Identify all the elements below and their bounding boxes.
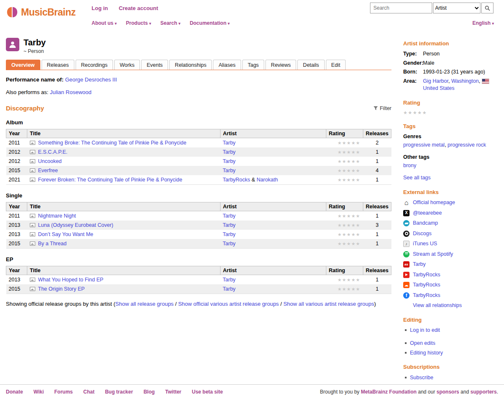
tab-details[interactable]: Details	[297, 60, 324, 70]
artist-link[interactable]: Tarby	[223, 222, 236, 228]
release-group-link[interactable]: E.S.C.A.P.E.	[38, 149, 68, 155]
footer-link-twitter[interactable]: Twitter	[165, 389, 181, 395]
tab-events[interactable]: Events	[141, 60, 168, 70]
editing-open-edits-link[interactable]: Open edits	[410, 340, 435, 346]
rating-stars[interactable]: ★★★★★	[338, 213, 361, 218]
other-tag-brony[interactable]: brony	[403, 163, 416, 168]
view-all-relationships-link[interactable]: View all relationships	[413, 302, 462, 308]
release-group-link[interactable]: Everfree	[38, 168, 58, 173]
artist-link[interactable]: Tarby	[223, 140, 236, 146]
external-link-bandcamp[interactable]: Bandcamp	[413, 220, 438, 227]
genre-tag-progressive-rock[interactable]: progressive rock	[448, 142, 486, 148]
rating-stars[interactable]: ★★★★★	[338, 140, 361, 145]
tab-aliases[interactable]: Aliases	[213, 60, 241, 70]
nav-documentation[interactable]: Documentation ▾	[190, 20, 230, 26]
footer-link-chat[interactable]: Chat	[83, 389, 94, 395]
artist-link[interactable]: Narokath	[257, 177, 278, 183]
rating-stars[interactable]: ★★★★★	[338, 168, 361, 173]
artist-link[interactable]: Tarby	[223, 158, 236, 164]
release-group-link[interactable]: By a Thread	[38, 241, 67, 247]
footer-link-donate[interactable]: Donate	[6, 389, 23, 395]
rating-stars[interactable]: ★★★★★	[338, 286, 361, 291]
rating-stars[interactable]: ★★★★★	[338, 150, 361, 155]
artist-link[interactable]: Tarby	[223, 277, 236, 283]
artist-link[interactable]: Tarby	[223, 213, 236, 219]
footer-link-wiki[interactable]: Wiki	[34, 389, 44, 395]
also-performs-as-link[interactable]: Julian Rosewood	[50, 89, 92, 95]
editing-editing-history-link[interactable]: Editing history	[410, 350, 443, 356]
rating-stars[interactable]: ★★★★★	[338, 177, 361, 182]
footer-link-bug-tracker[interactable]: Bug tracker	[105, 389, 133, 395]
genre-tag-progressive-metal[interactable]: progressive metal	[403, 142, 445, 148]
tab-releases[interactable]: Releases	[42, 60, 74, 70]
artist-link[interactable]: TarbyRocks	[223, 177, 250, 183]
search-input[interactable]	[370, 3, 432, 13]
tab-edit[interactable]: Edit	[326, 60, 346, 70]
show-show-official-various-artist-release-groups-link[interactable]: Show official various artist release gro…	[178, 301, 279, 307]
external-link-official-homepage[interactable]: Official homepage	[413, 199, 455, 207]
tab-relationships[interactable]: Relationships	[169, 60, 212, 70]
nav-products[interactable]: Products ▾	[126, 20, 151, 26]
search-button[interactable]	[481, 3, 494, 13]
login-link[interactable]: Log in	[92, 5, 108, 11]
artist-link[interactable]: Tarby	[223, 286, 236, 292]
tab-recordings[interactable]: Recordings	[76, 60, 113, 70]
release-group-link[interactable]: Uncooked	[38, 158, 62, 164]
supporters-link[interactable]: supporters	[470, 389, 497, 395]
release-group-link[interactable]: Don’t Say You Want Me	[38, 231, 94, 237]
artist-rating-stars[interactable]: ★★★★★	[403, 110, 501, 116]
rating-stars[interactable]: ★★★★★	[338, 223, 361, 228]
external-link-stream-at-spotify[interactable]: Stream at Spotify	[413, 251, 453, 258]
footer-link-forums[interactable]: Forums	[54, 389, 73, 395]
see-all-tags-link[interactable]: See all tags	[403, 175, 430, 181]
tab-works[interactable]: Works	[114, 60, 140, 70]
release-group-link[interactable]: What You Hoped to Find EP	[38, 277, 104, 283]
area-country-link[interactable]: United States	[423, 85, 454, 91]
artist-information: Type: Person Gender: Male Born: 1993-01-…	[403, 50, 501, 92]
artist-link[interactable]: Tarby	[223, 241, 236, 247]
external-link-discogs[interactable]: Discogs	[413, 230, 431, 238]
show-show-all-various-artist-release-groups-link[interactable]: Show all various artist release groups	[284, 301, 374, 307]
release-group-link[interactable]: The Origin Story EP	[38, 286, 85, 292]
tab-tags[interactable]: Tags	[242, 60, 264, 70]
release-group-link[interactable]: Something Broke: The Continuing Tale of …	[38, 140, 186, 146]
area-link-washington[interactable]: Washington	[451, 78, 479, 84]
editing-log-in-to-edit-link[interactable]: Log in to edit	[410, 327, 440, 333]
sponsors-link[interactable]: sponsors	[436, 389, 459, 395]
nav-search[interactable]: Search ▾	[160, 20, 181, 26]
area-link-gig-harbor[interactable]: Gig Harbor	[423, 78, 448, 84]
release-group-link[interactable]: Nightmare Night	[38, 213, 76, 219]
rating-stars[interactable]: ★★★★★	[338, 159, 361, 164]
subscriptions-subscribe-link[interactable]: Subscribe	[410, 375, 433, 381]
release-group-link[interactable]: Luna (Odyssey Eurobeat Cover)	[38, 222, 113, 228]
artist-link[interactable]: Tarby	[223, 168, 236, 173]
filter-button[interactable]: Filter	[373, 105, 391, 111]
external-link-tarby[interactable]: Tarby	[413, 261, 426, 268]
metabrainz-foundation-link[interactable]: MetaBrainz Foundation	[361, 389, 417, 395]
musicbrainz-logo[interactable]: MusicBrainz	[6, 6, 76, 18]
footer-link-blog[interactable]: Blog	[144, 389, 155, 395]
nav-about-us[interactable]: About us ▾	[92, 20, 117, 26]
external-link-teearebee[interactable]: @teearebee	[413, 210, 442, 217]
external-link-itunes-us[interactable]: iTunes US	[413, 240, 437, 248]
rating-stars[interactable]: ★★★★★	[338, 277, 361, 282]
rating-stars[interactable]: ★★★★★	[338, 232, 361, 237]
language-menu[interactable]: English ▾	[472, 20, 494, 26]
tab-reviews[interactable]: Reviews	[265, 60, 296, 70]
footer-link-use-beta-site[interactable]: Use beta site	[192, 389, 223, 395]
rating-stars[interactable]: ★★★★★	[338, 241, 361, 246]
rating-cell: ★★★★★	[326, 175, 363, 185]
search-type-select[interactable]: Artist	[433, 3, 480, 13]
external-link-tarbyrocks[interactable]: TarbyRocks	[413, 281, 440, 289]
release-group-link[interactable]: Forever Broken: The Continuing Tale of P…	[38, 177, 182, 183]
tags-heading: Tags	[403, 123, 501, 130]
external-link-tarbyrocks[interactable]: TarbyRocks	[413, 292, 440, 299]
create-account-link[interactable]: Create account	[119, 5, 158, 11]
genre-links: progressive metal, progressive rock	[403, 142, 501, 149]
external-link-tarbyrocks[interactable]: TarbyRocks	[413, 271, 440, 279]
show-show-all-release-groups-link[interactable]: Show all release groups	[116, 301, 174, 307]
performance-name-of-link[interactable]: George Desroches III	[65, 76, 117, 83]
artist-link[interactable]: Tarby	[223, 149, 236, 155]
tab-overview[interactable]: Overview	[6, 60, 40, 70]
artist-link[interactable]: Tarby	[223, 231, 236, 237]
